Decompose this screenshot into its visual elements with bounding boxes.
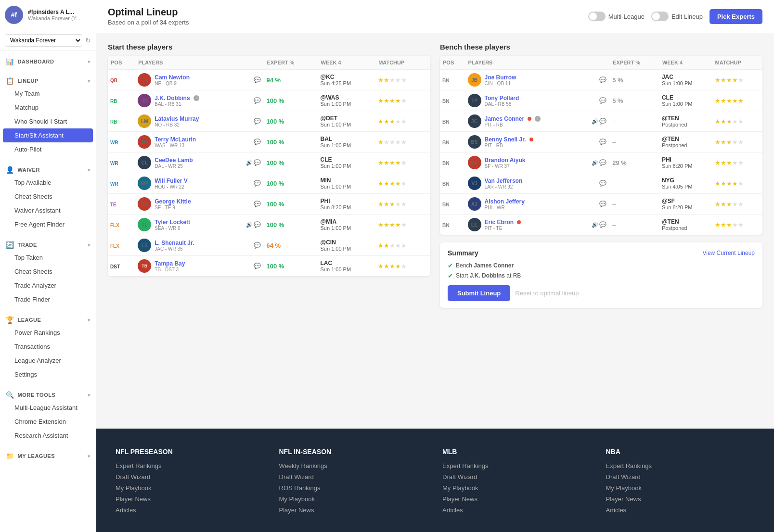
sidebar-item-multi-league-assistant[interactable]: Multi-League Assistant [0, 401, 96, 415]
player-name[interactable]: Tyler Lockett [155, 219, 190, 226]
footer-link[interactable]: Player News [116, 495, 265, 503]
refresh-button[interactable]: ↻ [85, 37, 91, 44]
player-name[interactable]: J.K. Dobbins [155, 95, 190, 101]
footer-link[interactable]: Articles [606, 507, 755, 514]
chat-icon[interactable]: 💬 [599, 97, 606, 104]
footer-link[interactable]: Expert Rankings [606, 462, 755, 469]
footer-link[interactable]: Draft Wizard [606, 473, 755, 481]
player-name[interactable]: Joe Burrow [485, 74, 516, 81]
multi-league-toggle[interactable] [588, 12, 606, 21]
footer-link[interactable]: My Playbook [442, 484, 592, 492]
player-name[interactable]: Benny Snell Jr. [485, 136, 526, 143]
player-name[interactable]: Terry McLaurin [155, 136, 196, 143]
footer-link[interactable]: My Playbook [279, 495, 428, 503]
chat-icon[interactable]: 💬 [599, 118, 606, 125]
footer-link[interactable]: Player News [279, 507, 428, 514]
footer-link[interactable]: Player News [442, 495, 592, 503]
footer-link[interactable]: My Playbook [116, 484, 265, 492]
player-name[interactable]: Alshon Jeffery [485, 198, 525, 205]
player-name[interactable]: George Kittle [155, 198, 191, 205]
footer-link[interactable]: Draft Wizard [442, 473, 592, 481]
chat-icon[interactable]: 💬 [254, 201, 261, 207]
footer-link[interactable]: Articles [442, 507, 592, 514]
edit-lineup-toggle[interactable] [651, 12, 669, 21]
nav-section-header-more_tools[interactable]: 🔍MORE TOOLS▾ [0, 387, 96, 401]
chat-icon[interactable]: 💬 [599, 76, 606, 83]
chat-icon[interactable]: 💬 [599, 201, 606, 207]
reset-lineup-button[interactable]: Reset to optimal lineup [515, 290, 579, 297]
footer-link[interactable]: Draft Wizard [116, 473, 265, 481]
player-name[interactable]: Cam Newton [155, 74, 190, 81]
sidebar-item-start/sit-assistant[interactable]: Start/Sit Assistant [3, 128, 93, 142]
chat-icon[interactable]: 💬 [599, 139, 606, 145]
footer-link[interactable]: Expert Rankings [116, 462, 265, 469]
pick-experts-button[interactable]: Pick Experts [710, 9, 762, 24]
sidebar-item-trade-analyzer[interactable]: Trade Analyzer [0, 279, 96, 292]
sound-icon[interactable]: 🔊 [592, 160, 598, 166]
footer-link[interactable]: Expert Rankings [442, 462, 592, 469]
sidebar-item-waiver-assistant[interactable]: Waiver Assistant [0, 203, 96, 217]
player-name[interactable]: Will Fuller V [155, 177, 188, 184]
footer-link[interactable]: Draft Wizard [279, 473, 428, 481]
sound-icon[interactable]: 🔊 [246, 160, 253, 166]
sidebar-item-auto-pilot[interactable]: Auto-Pilot [0, 142, 96, 156]
footer-link[interactable]: ROS Rankings [279, 484, 428, 492]
sidebar-item-trade-finder[interactable]: Trade Finder [0, 292, 96, 306]
chat-icon[interactable]: 💬 [254, 76, 261, 83]
sidebar-item-who-should-i-start[interactable]: Who Should I Start [0, 114, 96, 128]
footer-link[interactable]: Weekly Rankings [279, 462, 428, 469]
player-name[interactable]: Tampa Bay [155, 260, 185, 267]
player-name[interactable]: Latavius Murray [155, 115, 199, 122]
sound-icon[interactable]: 🔊 [592, 118, 598, 125]
player-name[interactable]: CeeDee Lamb [155, 157, 193, 164]
sidebar-item-cheat-sheets[interactable]: Cheat Sheets [0, 265, 96, 279]
sidebar-item-league-analyzer[interactable]: League Analyzer [0, 354, 96, 367]
chat-icon[interactable]: 💬 [254, 118, 261, 125]
player-name[interactable]: L. Shenault Jr. [155, 240, 194, 246]
chat-icon[interactable]: 💬 [254, 263, 261, 269]
player-name[interactable]: Brandon Aiyuk [485, 157, 526, 164]
league-select[interactable]: Wakanda Forever [5, 34, 82, 47]
submit-lineup-button[interactable]: Submit Lineup [448, 285, 510, 301]
footer-link[interactable]: Player News [606, 495, 755, 503]
sound-icon[interactable]: 🔊 [246, 222, 253, 228]
sidebar-item-my-team[interactable]: My Team [0, 87, 96, 101]
sidebar-item-research-assistant[interactable]: Research Assistant [0, 429, 96, 443]
player-name[interactable]: Tony Pollard [485, 95, 519, 101]
nav-section-header-league[interactable]: 🏆LEAGUE▾ [0, 312, 96, 326]
sound-icon[interactable]: 🔊 [592, 222, 598, 228]
sidebar-item-free-agent-finder[interactable]: Free Agent Finder [0, 217, 96, 231]
player-name[interactable]: Van Jefferson [485, 177, 523, 184]
sidebar-item-cheat-sheets[interactable]: Cheat Sheets [0, 190, 96, 203]
view-current-lineup-link[interactable]: View Current Lineup [702, 250, 755, 256]
player-name[interactable]: Eric Ebron [485, 219, 514, 226]
nav-section-header-waiver[interactable]: 👤WAIVER▾ [0, 162, 96, 176]
chat-icon[interactable]: 💬 [254, 139, 261, 145]
chat-icon[interactable]: 💬 [254, 242, 261, 249]
nav-section-header-trade[interactable]: 🔄TRADE▾ [0, 237, 96, 251]
sidebar-item-top-available[interactable]: Top Available [0, 176, 96, 190]
info-icon[interactable]: i [194, 95, 199, 101]
sidebar-item-power-rankings[interactable]: Power Rankings [0, 326, 96, 340]
nav-section-header-lineup[interactable]: 📋LINEUP▾ [0, 73, 96, 87]
chat-icon[interactable]: 💬 [599, 159, 606, 166]
sidebar-item-top-taken[interactable]: Top Taken [0, 251, 96, 265]
expert-pct-value: 100 % [267, 118, 284, 125]
sidebar-item-settings[interactable]: Settings [0, 367, 96, 381]
info-icon[interactable]: i [535, 116, 541, 122]
nav-section-header-dashboard[interactable]: 📊DASHBOARD▾ [0, 54, 96, 67]
chat-icon[interactable]: 💬 [254, 97, 261, 104]
chat-icon[interactable]: 💬 [599, 221, 606, 228]
sidebar-item-matchup[interactable]: Matchup [0, 101, 96, 114]
stars-container: ★★★★★ [715, 221, 760, 228]
player-name[interactable]: James Conner [485, 115, 525, 122]
footer-link[interactable]: My Playbook [606, 484, 755, 492]
chat-icon[interactable]: 💬 [254, 180, 261, 187]
chat-icon[interactable]: 💬 [254, 221, 261, 228]
footer-link[interactable]: Articles [116, 507, 265, 514]
chat-icon[interactable]: 💬 [254, 159, 261, 166]
chat-icon[interactable]: 💬 [599, 180, 606, 187]
nav-section-header-my_leagues[interactable]: 📁MY LEAGUES▾ [0, 448, 96, 462]
sidebar-item-chrome-extension[interactable]: Chrome Extension [0, 415, 96, 429]
sidebar-item-transactions[interactable]: Transactions [0, 340, 96, 354]
